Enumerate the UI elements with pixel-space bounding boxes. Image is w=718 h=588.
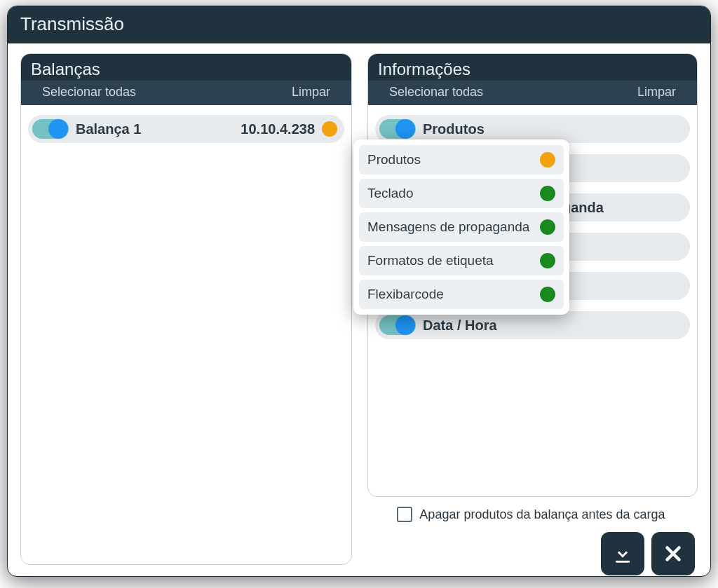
informacoes-header: Informações Selecionar todas Limpar — [368, 54, 697, 105]
balancas-body: Balança 1 10.10.4.238 — [21, 105, 351, 564]
action-buttons — [601, 532, 695, 575]
popup-status-dot — [540, 186, 555, 201]
info-toggle[interactable] — [379, 119, 416, 139]
balanca-name: Balança 1 — [76, 121, 241, 137]
balancas-title: Balanças — [31, 60, 341, 79]
popup-label: Formatos de etiqueta — [367, 253, 494, 268]
close-button[interactable] — [651, 532, 695, 575]
balancas-select-all[interactable]: Selecionar todas — [42, 85, 136, 100]
info-label: Data / Hora — [423, 317, 683, 334]
balancas-clear[interactable]: Limpar — [292, 85, 330, 100]
delete-products-label: Apagar produtos da balança antes da carg… — [419, 507, 665, 522]
popup-row[interactable]: Produtos — [359, 145, 564, 175]
popup-row[interactable]: Formatos de etiqueta — [359, 246, 564, 275]
info-row[interactable]: Produtos — [375, 115, 690, 143]
delete-products-checkbox[interactable] — [397, 507, 412, 522]
popup-status-dot — [540, 152, 555, 167]
footer-area: Apagar produtos da balança antes da carg… — [367, 507, 698, 575]
balanca-ip: 10.10.4.238 — [241, 121, 315, 137]
popup-label: Flexibarcode — [367, 287, 444, 302]
balancas-subheader: Selecionar todas Limpar — [21, 81, 351, 105]
popup-status-dot — [540, 219, 555, 235]
informacoes-subheader: Selecionar todas Limpar — [368, 81, 697, 105]
download-button[interactable] — [601, 532, 644, 575]
popup-row[interactable]: Flexibarcode — [359, 280, 564, 309]
popup-row[interactable]: Teclado — [359, 179, 564, 208]
transmission-window: Transmissão Balanças Selecionar todas Li… — [7, 6, 711, 577]
popup-label: Mensagens de propaganda — [367, 219, 529, 235]
informacoes-clear[interactable]: Limpar — [637, 85, 676, 100]
balanca-toggle[interactable] — [32, 119, 69, 139]
balancas-panel: Balanças Selecionar todas Limpar Balança… — [20, 53, 352, 565]
window-title: Transmissão — [8, 6, 710, 43]
popup-row[interactable]: Mensagens de propaganda — [359, 212, 564, 242]
balancas-header: Balanças Selecionar todas Limpar — [21, 54, 351, 105]
download-icon — [611, 542, 635, 566]
status-popup: Produtos Teclado Mensagens de propaganda… — [353, 139, 569, 315]
informacoes-title: Informações — [378, 60, 687, 79]
balanca-status-dot — [322, 121, 337, 137]
balanca-row[interactable]: Balança 1 10.10.4.238 — [28, 115, 344, 143]
close-icon — [661, 542, 685, 566]
popup-label: Produtos — [367, 152, 421, 167]
info-toggle[interactable] — [379, 315, 416, 335]
delete-products-checkbox-row[interactable]: Apagar produtos da balança antes da carg… — [397, 507, 665, 522]
popup-label: Teclado — [367, 186, 414, 201]
informacoes-select-all[interactable]: Selecionar todas — [389, 85, 483, 100]
info-label: Produtos — [423, 121, 683, 137]
popup-status-dot — [540, 253, 555, 268]
info-row[interactable]: Data / Hora — [375, 311, 690, 339]
popup-status-dot — [540, 287, 555, 302]
